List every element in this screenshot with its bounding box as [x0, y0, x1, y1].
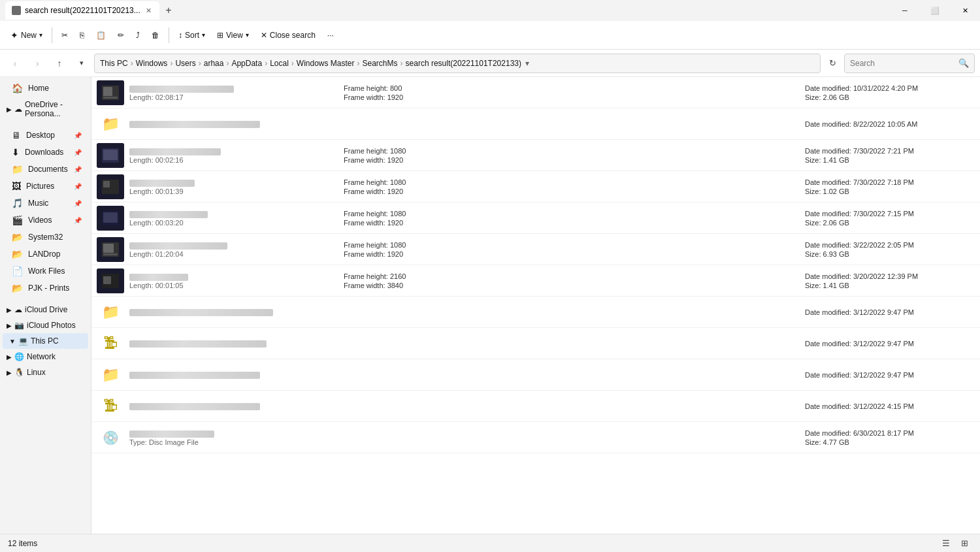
tab-title: search result(20221101T20213...	[25, 6, 140, 15]
file-date: Date modified: 7/30/2022 7:15 PM Size: 2…	[805, 210, 975, 227]
frame-height: Frame height: 1080	[344, 147, 800, 155]
folder-icon: 📁	[102, 304, 120, 321]
sidebar-item-linux[interactable]: ▶ 🐧 Linux	[0, 365, 91, 380]
search-icon[interactable]: 🔍	[958, 58, 969, 68]
file-row[interactable]: Length: 01:20:04 Frame height: 1080 Fram…	[91, 234, 980, 265]
up-button[interactable]: ↑	[50, 54, 69, 73]
breadcrumb-sep-4: ›	[226, 59, 229, 68]
desktop-icon: 🖥	[12, 130, 21, 140]
sidebar-item-home[interactable]: 🏠 Home	[3, 80, 88, 97]
pictures-pin-icon: 📌	[74, 183, 82, 190]
breadcrumb-appdata[interactable]: AppData	[231, 59, 262, 68]
new-tab-button[interactable]: +	[159, 1, 178, 20]
cut-button[interactable]: ✂	[56, 28, 73, 42]
close-button[interactable]: ✕	[950, 0, 980, 21]
file-name	[129, 241, 338, 250]
search-box[interactable]: 🔍	[844, 54, 975, 73]
file-row[interactable]: 📁 Date modified: 8/22/2022 10:05 AM	[91, 108, 980, 140]
file-row[interactable]: Length: 02:08:17 Frame height: 800 Frame…	[91, 77, 980, 108]
close-search-button[interactable]: ✕ Close search	[255, 28, 321, 42]
forward-button[interactable]: ›	[27, 54, 47, 73]
file-length: Length: 00:01:39	[129, 187, 338, 195]
new-button[interactable]: ✦ New ▾	[5, 27, 48, 43]
sidebar-item-videos[interactable]: 🎬 Videos 📌	[3, 212, 88, 229]
share-button[interactable]: ⤴	[131, 28, 145, 42]
sidebar-label-network: Network	[27, 352, 56, 361]
file-row[interactable]: 📁 Date modified: 3/12/2022 9:47 PM	[91, 359, 980, 391]
details-view-button[interactable]: ☰	[938, 536, 954, 551]
sidebar-item-desktop[interactable]: 🖥 Desktop 📌	[3, 127, 88, 144]
breadcrumb-bar[interactable]: This PC › Windows › Users › arhaa › AppD…	[94, 54, 821, 73]
breadcrumb-result[interactable]: search result(20221101T202133)	[406, 59, 521, 68]
breadcrumb-expand[interactable]: ▾	[525, 59, 529, 68]
video-thumb-5	[97, 206, 124, 231]
sidebar-item-downloads[interactable]: ⬇ Downloads 📌	[3, 144, 88, 161]
breadcrumb-winmaster[interactable]: Windows Master	[297, 59, 355, 68]
breadcrumb-local[interactable]: Local	[270, 59, 289, 68]
file-name	[129, 84, 338, 93]
file-row[interactable]: Length: 00:02:16 Frame height: 1080 Fram…	[91, 140, 980, 171]
file-row[interactable]: Length: 00:01:05 Frame height: 2160 Fram…	[91, 265, 980, 297]
blurred-name	[129, 180, 195, 187]
sidebar: 🏠 Home ▶ ☁ OneDrive - Persona... 🖥 Deskt…	[0, 77, 91, 534]
sidebar-item-icloudphotos[interactable]: ▶ 📷 iCloud Photos	[0, 317, 91, 333]
recent-button[interactable]: ▾	[72, 54, 91, 73]
file-thumbnail: 📁	[97, 112, 124, 137]
sidebar-item-thispc[interactable]: ▼ 💻 This PC	[3, 333, 88, 349]
file-row[interactable]: Length: 00:03:20 Frame height: 1080 Fram…	[91, 203, 980, 234]
grid-view-button[interactable]: ⊞	[956, 536, 972, 551]
file-row[interactable]: 📁 Date modified: 3/12/2022 9:47 PM	[91, 297, 980, 328]
sidebar-item-system32[interactable]: 📂 System32	[3, 229, 88, 246]
documents-icon: 📁	[12, 164, 23, 174]
sidebar-label-icloudrive: iCloud Drive	[25, 305, 67, 314]
file-name	[129, 308, 338, 317]
sidebar-item-onedrive[interactable]: ▶ ☁ OneDrive - Persona...	[0, 97, 91, 122]
back-button[interactable]: ‹	[5, 54, 25, 73]
sidebar-label-landrop: LANDrop	[28, 250, 82, 259]
breadcrumb-windows[interactable]: Windows	[136, 59, 168, 68]
video-frame-icon	[101, 210, 120, 227]
view-button[interactable]: ⊞ View ▾	[212, 28, 254, 42]
breadcrumb-thispc[interactable]: This PC	[100, 59, 128, 68]
new-label: New	[21, 31, 37, 40]
more-button[interactable]: ···	[322, 28, 339, 42]
sort-button[interactable]: ↕ Sort ▾	[173, 28, 210, 42]
breadcrumb-user[interactable]: arhaa	[204, 59, 224, 68]
sidebar-item-network[interactable]: ▶ 🌐 Network	[0, 349, 91, 365]
refresh-button[interactable]: ↻	[823, 54, 841, 73]
file-row[interactable]: 🗜 Date modified: 3/12/2022 9:47 PM	[91, 328, 980, 359]
search-input[interactable]	[850, 59, 956, 68]
file-row[interactable]: 🗜 Date modified: 3/12/2022 4:15 PM	[91, 391, 980, 422]
copy-button[interactable]: ⎘	[74, 28, 90, 42]
file-size: Size: 2.06 GB	[805, 93, 975, 101]
sidebar-item-pictures[interactable]: 🖼 Pictures 📌	[3, 178, 88, 195]
active-tab[interactable]: search result(20221101T20213... ✕	[5, 1, 159, 20]
file-name	[129, 147, 338, 156]
sidebar-item-landrop[interactable]: 📂 LANDrop	[3, 246, 88, 263]
restore-button[interactable]: ⬜	[920, 0, 950, 21]
paste-button[interactable]: 📋	[91, 28, 111, 42]
sidebar-item-music[interactable]: 🎵 Music 📌	[3, 195, 88, 212]
icloud-expand-icon: ▶	[7, 306, 12, 314]
file-row[interactable]: Length: 00:01:39 Frame height: 1080 Fram…	[91, 171, 980, 203]
breadcrumb-users[interactable]: Users	[175, 59, 195, 68]
close-search-icon: ✕	[261, 31, 267, 40]
tab-icon	[12, 6, 21, 15]
file-thumbnail	[97, 174, 124, 199]
close-tab-button[interactable]: ✕	[144, 5, 153, 16]
sidebar-item-workfiles[interactable]: 📄 Work Files	[3, 263, 88, 280]
breadcrumb-searchms[interactable]: SearchMs	[363, 59, 398, 68]
delete-icon: 🗑	[152, 31, 159, 40]
toolbar-sep-1	[52, 27, 52, 43]
sidebar-item-icloudrive[interactable]: ▶ ☁ iCloud Drive	[0, 302, 91, 317]
file-row[interactable]: 💿 Type: Disc Image File Date modified: 6…	[91, 422, 980, 453]
frame-width: Frame width: 1920	[344, 187, 800, 195]
sidebar-item-documents[interactable]: 📁 Documents 📌	[3, 161, 88, 178]
delete-button[interactable]: 🗑	[146, 28, 165, 42]
sidebar-item-pjkprints[interactable]: 📂 PJK - Prints	[3, 280, 88, 297]
file-date: Date modified: 3/12/2022 4:15 PM	[805, 402, 975, 410]
sidebar-label-documents: Documents	[28, 165, 69, 174]
rename-button[interactable]: ✏	[112, 28, 129, 42]
minimize-button[interactable]: ─	[890, 0, 920, 21]
file-thumbnail	[97, 206, 124, 231]
